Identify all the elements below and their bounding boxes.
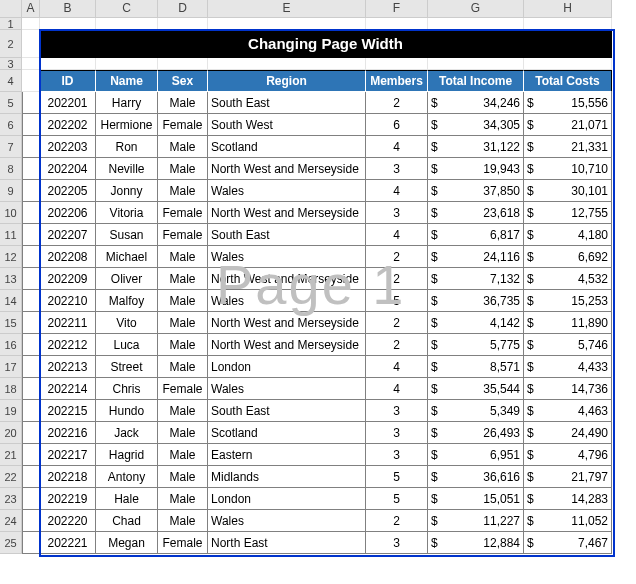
table-row[interactable]: 202221MeganFemaleNorth East3$12,884$7,46… — [22, 532, 612, 554]
row-header-5[interactable]: 5 — [0, 92, 22, 114]
cell-name[interactable]: Hermione — [96, 114, 158, 136]
cell-name[interactable]: Jonny — [96, 180, 158, 202]
cell-name[interactable]: Hundo — [96, 400, 158, 422]
row-header-25[interactable]: 25 — [0, 532, 22, 554]
cell-members[interactable]: 4 — [366, 224, 428, 246]
cell-income[interactable]: $34,305 — [428, 114, 524, 136]
col-header-D[interactable]: D — [158, 0, 208, 18]
cell-name[interactable]: Michael — [96, 246, 158, 268]
cell-sex[interactable]: Male — [158, 334, 208, 356]
cell-blank[interactable] — [22, 246, 40, 268]
cell-region[interactable]: South West — [208, 114, 366, 136]
cell-members[interactable]: 4 — [366, 180, 428, 202]
cell-costs[interactable]: $24,490 — [524, 422, 612, 444]
cell-income[interactable]: $24,116 — [428, 246, 524, 268]
cell-sex[interactable]: Male — [158, 466, 208, 488]
cell-members[interactable]: 4 — [366, 378, 428, 400]
cell-blank[interactable] — [428, 58, 524, 70]
cell-sex[interactable]: Male — [158, 290, 208, 312]
cell-name[interactable]: Luca — [96, 334, 158, 356]
cell-members[interactable]: 4 — [366, 356, 428, 378]
cell-region[interactable]: London — [208, 356, 366, 378]
cell-members[interactable]: 3 — [366, 202, 428, 224]
cell-name[interactable]: Hale — [96, 488, 158, 510]
cell-region[interactable]: Scotland — [208, 136, 366, 158]
col-header-F[interactable]: F — [366, 0, 428, 18]
cell-sex[interactable]: Male — [158, 158, 208, 180]
cell-id[interactable]: 202201 — [40, 92, 96, 114]
cell-region[interactable]: North West and Merseyside — [208, 202, 366, 224]
cell-region[interactable]: Wales — [208, 290, 366, 312]
cell-id[interactable]: 202215 — [40, 400, 96, 422]
cell-costs[interactable]: $12,755 — [524, 202, 612, 224]
row-header-12[interactable]: 12 — [0, 246, 22, 268]
cell-region[interactable]: Eastern — [208, 444, 366, 466]
cell-blank[interactable] — [208, 58, 366, 70]
table-row[interactable]: 202212LucaMaleNorth West and Merseyside2… — [22, 334, 612, 356]
cell-blank[interactable] — [22, 268, 40, 290]
cell-sex[interactable]: Female — [158, 202, 208, 224]
row-header-22[interactable]: 22 — [0, 466, 22, 488]
row-header-21[interactable]: 21 — [0, 444, 22, 466]
cell-blank[interactable] — [158, 58, 208, 70]
cell-income[interactable]: $8,571 — [428, 356, 524, 378]
row-header-23[interactable]: 23 — [0, 488, 22, 510]
cell-members[interactable]: 2 — [366, 268, 428, 290]
cell-name[interactable]: Malfoy — [96, 290, 158, 312]
cell-blank[interactable] — [96, 18, 158, 30]
cell-blank[interactable] — [96, 58, 158, 70]
cell-blank[interactable] — [208, 18, 366, 30]
cell-income[interactable]: $35,544 — [428, 378, 524, 400]
cell-id[interactable]: 202203 — [40, 136, 96, 158]
table-row[interactable]: 202207SusanFemaleSouth East4$6,817$4,180 — [22, 224, 612, 246]
cell-income[interactable]: $26,493 — [428, 422, 524, 444]
col-header-A[interactable]: A — [22, 0, 40, 18]
table-row[interactable]: 202210MalfoyMaleWales5$36,735$15,253 — [22, 290, 612, 312]
table-row[interactable]: 202220ChadMaleWales2$11,227$11,052 — [22, 510, 612, 532]
row-header-14[interactable]: 14 — [0, 290, 22, 312]
cell-region[interactable]: South East — [208, 92, 366, 114]
cell-blank[interactable] — [158, 18, 208, 30]
cell-id[interactable]: 202212 — [40, 334, 96, 356]
cell-name[interactable]: Vito — [96, 312, 158, 334]
cell-id[interactable]: 202209 — [40, 268, 96, 290]
table-row[interactable]: 202217HagridMaleEastern3$6,951$4,796 — [22, 444, 612, 466]
cell-members[interactable]: 4 — [366, 136, 428, 158]
cell-members[interactable]: 3 — [366, 444, 428, 466]
row-header-8[interactable]: 8 — [0, 158, 22, 180]
cell-blank[interactable] — [22, 114, 40, 136]
cell-id[interactable]: 202218 — [40, 466, 96, 488]
cell-name[interactable]: Chad — [96, 510, 158, 532]
cell-income[interactable]: $7,132 — [428, 268, 524, 290]
cell-blank[interactable] — [524, 58, 612, 70]
cell-costs[interactable]: $7,467 — [524, 532, 612, 554]
page-title[interactable]: Changing Page Width — [40, 30, 612, 58]
cell-costs[interactable]: $21,331 — [524, 136, 612, 158]
cell-name[interactable]: Antony — [96, 466, 158, 488]
cell-members[interactable]: 5 — [366, 488, 428, 510]
cell-members[interactable]: 3 — [366, 422, 428, 444]
table-header-members[interactable]: Members — [366, 70, 428, 92]
cell-sex[interactable]: Male — [158, 488, 208, 510]
cell-blank[interactable] — [22, 70, 40, 92]
cell-region[interactable]: Wales — [208, 510, 366, 532]
cell-costs[interactable]: $4,433 — [524, 356, 612, 378]
row-header-9[interactable]: 9 — [0, 180, 22, 202]
row-header-16[interactable]: 16 — [0, 334, 22, 356]
cell-id[interactable]: 202205 — [40, 180, 96, 202]
cell-members[interactable]: 2 — [366, 246, 428, 268]
row-header-18[interactable]: 18 — [0, 378, 22, 400]
table-row[interactable]: 202219HaleMaleLondon5$15,051$14,283 — [22, 488, 612, 510]
cell-region[interactable]: Wales — [208, 246, 366, 268]
cell-income[interactable]: $31,122 — [428, 136, 524, 158]
cell-blank[interactable] — [22, 202, 40, 224]
cell-sex[interactable]: Male — [158, 444, 208, 466]
cell-sex[interactable]: Female — [158, 378, 208, 400]
select-all-corner[interactable] — [0, 0, 22, 18]
col-header-B[interactable]: B — [40, 0, 96, 18]
cell-income[interactable]: $19,943 — [428, 158, 524, 180]
cell-region[interactable]: South East — [208, 224, 366, 246]
cell-blank[interactable] — [40, 58, 96, 70]
cell-sex[interactable]: Male — [158, 246, 208, 268]
cell-blank[interactable] — [22, 58, 40, 70]
